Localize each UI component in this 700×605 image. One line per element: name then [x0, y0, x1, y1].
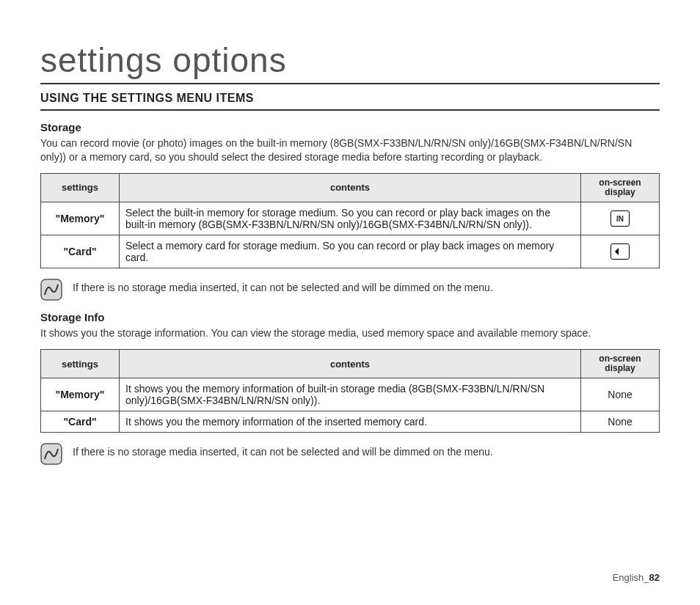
col-display: on-screen display: [581, 173, 660, 202]
setting-content: Select the built-in memory for storage m…: [120, 202, 581, 235]
table-row: "Memory" It shows you the memory informa…: [41, 378, 660, 411]
footer-page: 82: [649, 572, 660, 583]
storage-note: If there is no storage media inserted, i…: [40, 279, 660, 301]
storage-info-note: If there is no storage media inserted, i…: [40, 443, 660, 465]
col-settings: settings: [41, 173, 120, 202]
col-contents: contents: [120, 173, 581, 202]
storage-info-table: settings contents on-screen display "Mem…: [40, 349, 660, 433]
table-row: "Card" It shows you the memory informati…: [41, 411, 660, 433]
footer-sep: _: [644, 572, 649, 583]
setting-display: None: [581, 411, 660, 433]
col-contents: contents: [120, 350, 581, 378]
storage-info-desc: It shows you the storage information. Yo…: [40, 326, 660, 340]
note-icon: [40, 279, 62, 301]
storage-desc: You can record movie (or photo) images o…: [40, 136, 660, 164]
note-text: If there is no storage media inserted, i…: [73, 443, 493, 460]
setting-content: It shows you the memory information of b…: [120, 378, 581, 411]
setting-name: "Card": [41, 235, 120, 268]
memory-in-icon: IN: [610, 210, 630, 227]
setting-name: "Card": [41, 411, 120, 433]
setting-display: None: [581, 378, 660, 411]
setting-content: It shows you the memory information of t…: [120, 411, 581, 433]
setting-name: "Memory": [41, 202, 120, 235]
manual-page: settings options USING THE SETTINGS MENU…: [0, 0, 700, 605]
col-settings: settings: [41, 350, 120, 378]
memory-card-icon: [610, 243, 630, 260]
setting-display: [581, 235, 660, 268]
setting-content: Select a memory card for storage medium.…: [120, 235, 581, 268]
col-display: on-screen display: [581, 350, 660, 378]
section-heading: USING THE SETTINGS MENU ITEMS: [40, 92, 660, 111]
setting-display: IN: [581, 202, 660, 235]
storage-table: settings contents on-screen display "Mem…: [40, 173, 660, 268]
page-footer: English_82: [613, 572, 660, 583]
setting-name: "Memory": [41, 378, 120, 411]
storage-info-heading: Storage Info: [40, 311, 660, 323]
note-text: If there is no storage media inserted, i…: [73, 279, 493, 296]
storage-heading: Storage: [40, 121, 660, 133]
footer-lang: English: [613, 572, 644, 583]
note-icon: [40, 443, 62, 465]
table-row: "Card" Select a memory card for storage …: [41, 235, 660, 268]
table-row: "Memory" Select the built-in memory for …: [41, 202, 660, 235]
page-title: settings options: [40, 40, 660, 84]
